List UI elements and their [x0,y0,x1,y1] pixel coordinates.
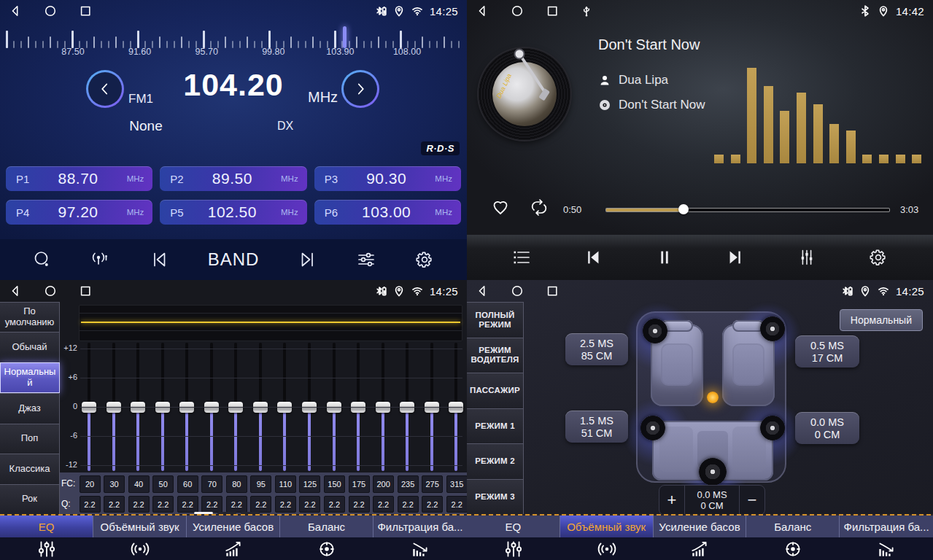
delay-decrease-button[interactable]: − [740,486,764,515]
q-value[interactable]: 2.2 [226,496,247,513]
settings-gear-icon[interactable] [414,249,435,270]
tab-eq-sliders[interactable]: EQ [467,516,560,560]
q-value[interactable]: 2.2 [299,496,320,513]
q-value[interactable]: 2.2 [104,496,125,513]
tab-bass-filter[interactable]: Фильтрация ба... [840,516,933,560]
scan-icon[interactable] [32,249,53,270]
fc-value[interactable]: 20 [80,475,101,493]
back-icon[interactable] [9,4,22,18]
fc-value[interactable]: 30 [104,475,125,493]
progress-knob[interactable] [678,204,689,214]
fc-value[interactable]: 80 [226,475,247,493]
page-dash[interactable] [217,512,236,514]
front-left-speaker[interactable] [643,319,667,343]
page-dash[interactable] [194,512,213,514]
broadcast-icon[interactable] [90,249,111,270]
preset-button-p3[interactable]: P390.30MHz [314,166,461,191]
recents-icon[interactable] [546,4,559,18]
fc-value[interactable]: 95 [250,475,271,493]
next-outline-icon[interactable] [298,249,318,270]
tab-balance[interactable]: Баланс [280,516,373,560]
q-value[interactable]: 2.2 [152,496,174,513]
tab-balance[interactable]: Баланс [746,516,840,560]
fc-value[interactable]: 235 [398,475,419,493]
home-icon[interactable] [511,284,524,298]
q-value[interactable]: 2.2 [324,496,345,513]
listening-mode-item[interactable]: ПАССАЖИР [467,373,524,408]
tab-bass-boost[interactable]: Усиление басов [187,516,280,560]
tune-down-button[interactable] [86,70,124,108]
rear-left-speaker[interactable] [640,416,665,440]
tab-eq-sliders[interactable]: EQ [0,516,93,560]
q-value[interactable]: 2.2 [80,496,101,513]
fc-value[interactable]: 60 [177,475,198,493]
listening-mode-item[interactable]: РЕЖИМ 2 [467,443,524,479]
back-icon[interactable] [9,284,22,298]
eq-preset-item[interactable]: Нормальный [0,362,60,393]
subwoofer[interactable] [699,458,727,486]
listening-mode-item[interactable]: РЕЖИМ 3 [467,479,524,515]
tab-surround-sound[interactable]: Объёмный звук [93,516,187,560]
listening-mode-item[interactable]: ПОЛНЫЙ РЕЖИМ [467,302,524,338]
front-right-speaker[interactable] [760,316,785,341]
pause-icon[interactable] [654,247,675,268]
mixer-horizontal-icon[interactable] [356,249,376,270]
listening-mode-item[interactable]: РЕЖИМ ВОДИТЕЛЯ [467,338,524,373]
fc-value[interactable]: 125 [299,475,320,493]
back-icon[interactable] [476,4,489,18]
preset-button-p2[interactable]: P289.50MHz [160,166,306,191]
q-value[interactable]: 2.2 [398,496,419,513]
prev-filled-icon[interactable] [583,247,603,268]
fc-value[interactable]: 200 [373,475,394,493]
q-value[interactable]: 2.2 [201,496,222,513]
home-icon[interactable] [511,4,524,18]
repeat-button[interactable] [528,197,550,219]
rear-right-speaker[interactable] [760,416,785,440]
eq-preset-item[interactable]: Обычай [0,332,60,362]
listening-position-dot[interactable] [707,392,719,403]
recents-icon[interactable] [79,4,92,18]
recents-icon[interactable] [79,284,92,298]
preset-button-p6[interactable]: P6103.00MHz [314,200,461,225]
fc-value[interactable]: 275 [422,475,443,493]
preset-button-p4[interactable]: P497.20MHz [6,200,152,225]
q-value[interactable]: 2.2 [349,496,370,513]
q-value[interactable]: 2.2 [446,496,467,513]
tab-bass-filter[interactable]: Фильтрация ба... [373,516,467,560]
eq-preset-item[interactable]: Классика [0,454,60,483]
q-value[interactable]: 2.2 [250,496,271,513]
settings-gear-icon[interactable] [868,247,889,268]
fc-value[interactable]: 175 [349,475,370,493]
playlist-icon[interactable] [511,247,532,268]
delay-increase-button[interactable]: + [659,486,684,515]
q-value[interactable]: 2.2 [177,496,198,513]
q-value[interactable]: 2.2 [422,496,443,513]
fc-value[interactable]: 70 [201,475,222,493]
home-icon[interactable] [44,284,57,298]
page-dash[interactable] [241,512,260,514]
sound-profile-badge[interactable]: Нормальный [840,309,923,331]
favorite-heart-button[interactable] [490,197,511,217]
listening-mode-item[interactable]: РЕЖИМ 1 [467,408,524,444]
eq-preset-item[interactable]: По умолчанию [0,302,60,332]
recents-icon[interactable] [546,284,559,298]
home-icon[interactable] [44,4,57,18]
fc-value[interactable]: 40 [128,475,150,493]
band-button[interactable]: BAND [208,249,260,270]
preset-button-p5[interactable]: P5102.50MHz [160,200,306,225]
preset-button-p1[interactable]: P188.70MHz [6,166,152,191]
q-value[interactable]: 2.2 [275,496,296,513]
fc-value[interactable]: 315 [446,475,467,493]
eq-preset-item[interactable]: Поп [0,424,60,454]
tab-bass-boost[interactable]: Усиление басов [654,516,747,560]
q-value[interactable]: 2.2 [128,496,150,513]
fc-value[interactable]: 150 [324,475,345,493]
back-icon[interactable] [476,284,489,298]
eq-preset-item[interactable]: Джаз [0,393,60,423]
tuner-dial-indicator[interactable] [343,26,347,48]
next-filled-icon[interactable] [725,247,746,268]
fc-value[interactable]: 50 [152,475,174,493]
mixer-vertical-icon[interactable] [797,247,817,268]
tab-surround-sound[interactable]: Объёмный звук [560,516,654,560]
progress-slider[interactable] [605,208,890,212]
